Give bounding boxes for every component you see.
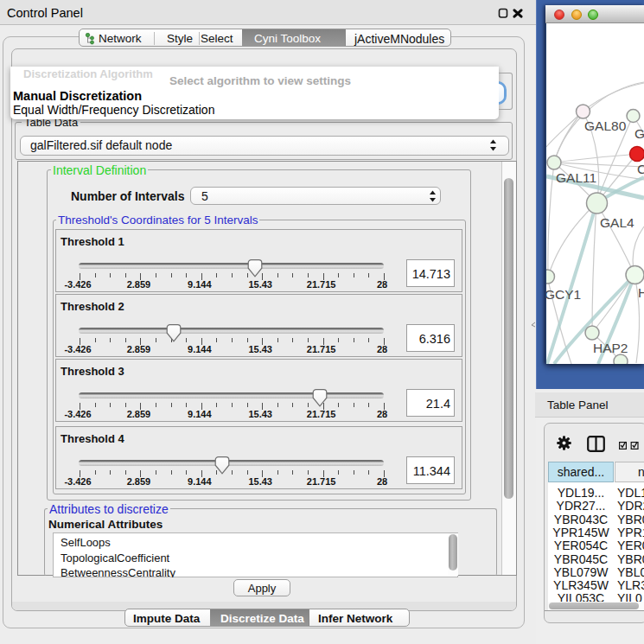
svg-text:C: C [637, 162, 644, 176]
svg-text:HAP2: HAP2 [593, 341, 628, 355]
svg-text:GAL80: GAL80 [584, 118, 627, 133]
svg-text:GAL4: GAL4 [600, 215, 634, 230]
svg-text:H: H [638, 285, 644, 300]
svg-text:GCY1: GCY1 [546, 287, 581, 302]
svg-text:GAL11: GAL11 [556, 170, 596, 185]
svg-text:G.: G. [634, 126, 644, 141]
